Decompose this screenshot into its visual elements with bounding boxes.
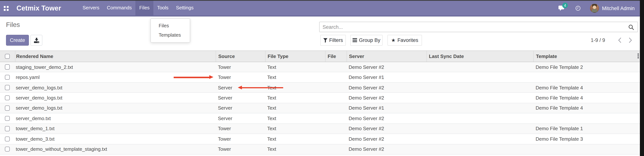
table-row[interactable]: tower_demo_3.txtTowerTextDemo Server #2D… bbox=[0, 134, 644, 144]
row-checkbox[interactable] bbox=[5, 85, 10, 90]
navbar-right: 4 Mitchell Admin bbox=[558, 4, 634, 13]
export-button[interactable] bbox=[30, 35, 42, 46]
nav-item-tools[interactable]: Tools bbox=[154, 0, 172, 16]
app-brand-title[interactable]: Cetmix Tower bbox=[16, 4, 61, 12]
select-all-checkbox[interactable] bbox=[5, 54, 10, 59]
cell-file-type: Text bbox=[265, 146, 325, 152]
table-row[interactable]: server_demo_logs.txtServerTextDemo Serve… bbox=[0, 83, 644, 93]
pager-next-button[interactable] bbox=[626, 35, 634, 46]
window-right-edge bbox=[640, 0, 644, 156]
create-button[interactable]: Create bbox=[6, 35, 29, 46]
row-checkbox[interactable] bbox=[5, 95, 10, 100]
dropdown-item-files[interactable]: Files bbox=[151, 21, 190, 30]
pager-previous-button[interactable] bbox=[616, 35, 623, 46]
cell-source: Tower bbox=[216, 136, 265, 142]
row-checkbox-cell bbox=[0, 65, 15, 70]
cell-rendered-name: tower_demo_1.txt bbox=[15, 126, 216, 132]
main-menu: ServersCommandsFilesToolsSettings bbox=[79, 0, 197, 16]
cell-template: Demo File Template 3 bbox=[533, 136, 644, 142]
filters-label: Filters bbox=[329, 37, 343, 43]
chevron-left-icon bbox=[618, 37, 621, 43]
row-checkbox[interactable] bbox=[5, 75, 10, 80]
column-header-source[interactable]: Source bbox=[216, 51, 265, 62]
column-header-file-type[interactable]: File Type bbox=[265, 51, 325, 62]
row-checkbox-cell bbox=[0, 85, 15, 90]
chevron-right-icon bbox=[628, 37, 632, 43]
row-checkbox-cell bbox=[0, 95, 15, 100]
table-row[interactable]: server_demo_logs.txtServerTextDemo Serve… bbox=[0, 93, 644, 103]
row-checkbox-cell bbox=[0, 147, 15, 152]
row-checkbox[interactable] bbox=[5, 116, 10, 121]
cell-server: Demo Server #2 bbox=[346, 85, 426, 90]
cell-file-type: Text bbox=[265, 64, 325, 70]
cell-server: Demo Server #2 bbox=[346, 95, 426, 101]
group-by-button[interactable]: Group By bbox=[350, 35, 382, 46]
cell-source: Server bbox=[216, 116, 265, 121]
dropdown-item-templates[interactable]: Templates bbox=[151, 30, 190, 40]
column-header-rendered-name[interactable]: Rendered Name bbox=[15, 51, 216, 62]
cell-file-type: Text bbox=[265, 116, 325, 121]
app-window: Cetmix Tower ServersCommandsFilesToolsSe… bbox=[0, 0, 644, 156]
table-body: staging_tower_demo_2.txtTowerTextDemo Se… bbox=[0, 62, 644, 155]
select-all-checkbox-cell bbox=[0, 51, 15, 62]
table-row[interactable]: staging_tower_demo_2.txtTowerTextDemo Se… bbox=[0, 62, 644, 72]
cell-source: Tower bbox=[216, 64, 265, 70]
nav-item-servers[interactable]: Servers bbox=[79, 0, 103, 16]
row-checkbox-cell bbox=[0, 126, 15, 131]
optional-columns-toggle-icon[interactable] bbox=[638, 54, 639, 59]
row-checkbox[interactable] bbox=[5, 105, 10, 111]
cell-source: Server bbox=[216, 95, 265, 101]
user-name[interactable]: Mitchell Admin bbox=[602, 5, 634, 11]
messages-button[interactable]: 4 bbox=[558, 5, 566, 11]
column-header-template[interactable]: Template bbox=[533, 51, 644, 62]
table-row[interactable]: server_demo_logs.txtServerTextDemo Serve… bbox=[0, 103, 644, 114]
nav-item-commands[interactable]: Commands bbox=[103, 0, 136, 16]
files-list-table: Rendered NameSourceFile TypeFileServerLa… bbox=[0, 51, 644, 155]
cell-template: Demo File Template 2 bbox=[533, 64, 644, 70]
column-header-file[interactable]: File bbox=[325, 51, 346, 62]
group-by-label: Group By bbox=[359, 37, 380, 43]
top-navbar: Cetmix Tower ServersCommandsFilesToolsSe… bbox=[0, 0, 644, 16]
download-tray-icon bbox=[34, 38, 39, 43]
cell-source: Tower bbox=[216, 126, 265, 132]
row-checkbox[interactable] bbox=[5, 65, 10, 70]
table-row[interactable]: tower_demo_without_template_staging.txtT… bbox=[0, 144, 644, 155]
column-header-last-sync-date[interactable]: Last Sync Date bbox=[426, 51, 533, 62]
row-checkbox[interactable] bbox=[5, 136, 10, 141]
user-avatar[interactable] bbox=[590, 4, 599, 13]
search-icon[interactable] bbox=[628, 24, 634, 30]
table-header-row: Rendered NameSourceFile TypeFileServerLa… bbox=[0, 51, 644, 62]
row-checkbox-cell bbox=[0, 116, 15, 121]
cell-rendered-name: tower_demo_3.txt bbox=[15, 136, 216, 142]
cell-source: Tower bbox=[216, 75, 265, 80]
row-checkbox[interactable] bbox=[5, 126, 10, 131]
cell-file-type: Text bbox=[265, 136, 325, 142]
table-row[interactable]: repos.yamlTowerTextDemo Server #1 bbox=[0, 72, 644, 83]
files-menu-dropdown: FilesTemplates bbox=[150, 18, 190, 43]
cell-template: Demo File Template 4 bbox=[533, 105, 644, 111]
window-top-edge bbox=[0, 0, 644, 1]
column-header-server[interactable]: Server bbox=[346, 51, 426, 62]
nav-item-settings[interactable]: Settings bbox=[172, 0, 197, 16]
nav-item-files[interactable]: Files bbox=[136, 0, 154, 16]
row-checkbox[interactable] bbox=[5, 147, 10, 152]
favorites-button[interactable]: ★ Favorites bbox=[388, 35, 422, 46]
page-title: Files bbox=[6, 21, 20, 29]
row-checkbox-cell bbox=[0, 136, 15, 141]
filters-button[interactable]: Filters bbox=[320, 35, 346, 46]
cell-server: Demo Server #2 bbox=[346, 116, 426, 121]
cell-source: Server bbox=[216, 105, 265, 111]
cell-template: Demo File Template 1 bbox=[533, 126, 644, 132]
cell-server: Demo Server #2 bbox=[346, 64, 426, 70]
activities-button[interactable] bbox=[575, 6, 580, 11]
table-row[interactable]: server_demo.txtServerTextDemo Server #2 bbox=[0, 113, 644, 124]
cell-server: Demo Server #1 bbox=[346, 75, 426, 80]
search-input[interactable] bbox=[320, 22, 638, 32]
cell-template: Demo File Template 4 bbox=[533, 95, 644, 101]
table-row[interactable]: tower_demo_1.txtTowerTextDemo Server #2D… bbox=[0, 124, 644, 134]
pager-range: 1-9 / 9 bbox=[591, 35, 605, 46]
star-icon: ★ bbox=[391, 38, 396, 43]
cell-file-type: Text bbox=[265, 126, 325, 132]
row-checkbox-cell bbox=[0, 105, 15, 111]
apps-grid-icon[interactable] bbox=[4, 6, 9, 11]
